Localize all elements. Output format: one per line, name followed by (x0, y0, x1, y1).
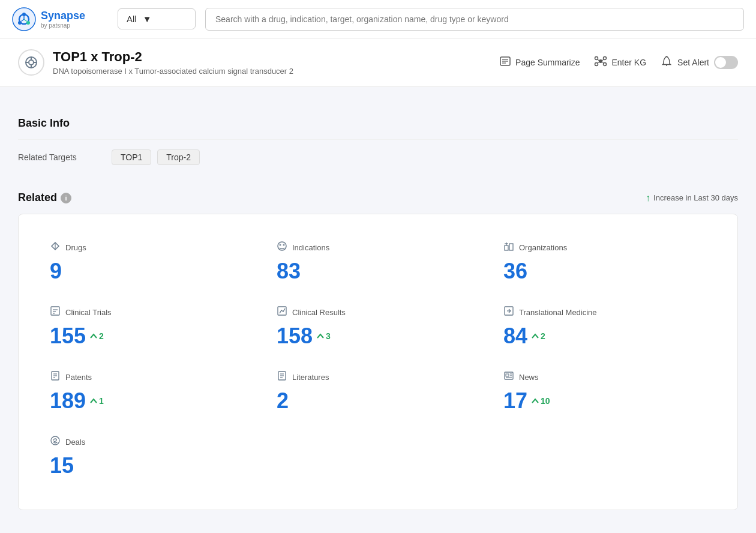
svg-point-4 (18, 21, 22, 25)
page-title-area: TOP1 x Trop-2 DNA topoisomerase I x Tumo… (18, 49, 293, 76)
search-input[interactable] (205, 8, 744, 31)
literatures-icon (277, 370, 287, 384)
stat-item-clinical-trials[interactable]: Clinical Trials 155 2 (38, 296, 265, 361)
related-section-header: Related i ↑ Increase in Last 30 days (18, 191, 738, 204)
page-subtitle: DNA topoisomerase I x Tumor-associated c… (53, 67, 293, 76)
page-summarize-button[interactable]: Page Summarize (499, 55, 580, 70)
stat-item-organizations[interactable]: Organizations 36 (491, 231, 718, 296)
title-text-area: TOP1 x Trop-2 DNA topoisomerase I x Tumo… (53, 49, 293, 76)
svg-rect-35 (509, 244, 513, 250)
basic-info-section: Basic Info Related Targets TOP1 Trop-2 (18, 104, 738, 175)
basic-info-title: Basic Info (18, 104, 738, 139)
clinical-trials-icon (50, 306, 61, 319)
set-alert-wrapper: Set Alert (661, 55, 738, 70)
stat-item-literatures[interactable]: Literatures 2 (265, 361, 491, 426)
stat-item-patents[interactable]: Patents 189 1 (38, 361, 265, 426)
svg-line-25 (598, 62, 599, 64)
stat-value: 83 (277, 259, 479, 284)
stat-number: 158 (277, 324, 313, 349)
stat-increase: 10 (531, 396, 550, 406)
stat-category: Drugs (50, 241, 253, 254)
stat-number: 15 (50, 453, 74, 478)
set-alert-toggle[interactable] (714, 56, 738, 69)
alert-icon (661, 55, 673, 70)
synapse-logo-icon (12, 7, 36, 31)
stat-category-label: Indications (292, 243, 329, 252)
main-content: Basic Info Related Targets TOP1 Trop-2 R… (0, 87, 756, 532)
up-arrow-icon: ↑ (646, 193, 650, 203)
svg-point-33 (284, 245, 284, 245)
stat-number: 9 (50, 259, 62, 284)
stat-category-label: Translational Medicine (519, 308, 597, 317)
stat-increase: 3 (316, 331, 331, 341)
info-icon[interactable]: i (61, 193, 71, 203)
tag-trop2[interactable]: Trop-2 (157, 149, 200, 165)
svg-rect-38 (51, 307, 59, 315)
svg-point-32 (280, 245, 281, 245)
stat-value: 158 3 (277, 324, 479, 349)
stat-number: 84 (503, 324, 527, 349)
stat-value: 36 (503, 259, 706, 284)
stat-category-label: Patents (65, 373, 92, 382)
stat-item-translational-medicine[interactable]: Translational Medicine 84 2 (491, 296, 718, 361)
stat-number: 2 (277, 388, 289, 414)
stat-category: Clinical Results (277, 306, 479, 319)
clinical-results-icon (277, 306, 287, 319)
chevron-down-icon: ▼ (143, 14, 152, 24)
stat-number: 155 (50, 324, 86, 349)
dropdown-value: All (127, 14, 137, 24)
nav-header: Synapse by patsnap All ▼ (0, 0, 756, 38)
crosshair-icon (24, 55, 38, 70)
svg-point-3 (26, 21, 30, 25)
header-actions: Page Summarize Enter KG (499, 55, 738, 71)
enter-kg-label: Enter KG (611, 58, 646, 67)
logo-subtext: by patsnap (41, 22, 85, 29)
stat-category: Clinical Trials (50, 306, 253, 319)
svg-point-2 (22, 13, 26, 16)
related-title-text: Related (18, 191, 57, 204)
stats-card: Drugs 9 Indications 83 Organizations 36 (18, 214, 738, 510)
stat-item-drugs[interactable]: Drugs 9 (38, 231, 265, 296)
enter-kg-button[interactable]: Enter KG (594, 55, 646, 71)
stat-value: 15 (50, 453, 253, 478)
stat-value: 155 2 (50, 324, 253, 349)
svg-rect-54 (506, 374, 509, 376)
stat-item-clinical-results[interactable]: Clinical Results 158 3 (265, 296, 491, 361)
svg-point-9 (29, 60, 34, 65)
related-targets-label: Related Targets (18, 152, 102, 162)
stats-grid: Drugs 9 Indications 83 Organizations 36 (38, 231, 718, 490)
tag-top1[interactable]: TOP1 (112, 149, 151, 165)
stat-category: Patents (50, 370, 253, 384)
stat-category: Organizations (503, 241, 706, 254)
svg-rect-34 (505, 245, 508, 250)
kg-icon (594, 55, 607, 71)
svg-point-18 (599, 59, 602, 63)
stat-category: Literatures (277, 370, 479, 384)
stat-value: 84 2 (503, 324, 706, 349)
stat-category-label: Clinical Trials (65, 308, 112, 317)
logo-text: Synapse by patsnap (41, 10, 85, 29)
stat-value: 2 (277, 388, 479, 414)
page-summarize-label: Page Summarize (515, 58, 580, 67)
stat-item-indications[interactable]: Indications 83 (265, 231, 491, 296)
logo-name: Synapse (41, 10, 85, 22)
set-alert-label: Set Alert (677, 58, 709, 67)
stat-category-label: Deals (65, 438, 85, 447)
stat-category: Indications (277, 241, 479, 254)
increase-note-text: Increase in Last 30 days (653, 193, 738, 202)
stat-number: 189 (50, 388, 86, 414)
related-section-title-area: Related i (18, 191, 71, 204)
stat-category-label: Clinical Results (292, 308, 346, 317)
stat-number: 36 (503, 259, 527, 284)
stat-category: Deals (50, 435, 253, 448)
deals-icon (50, 435, 61, 448)
tags-container: TOP1 Trop-2 (112, 149, 200, 165)
stat-category-label: News (519, 373, 539, 382)
stat-item-news[interactable]: News 17 10 (491, 361, 718, 426)
stat-item-deals[interactable]: Deals 15 (38, 426, 265, 490)
related-targets-row: Related Targets TOP1 Trop-2 (18, 139, 738, 175)
stat-increase: 2 (531, 331, 545, 341)
summarize-icon (499, 55, 511, 70)
stat-category: News (503, 370, 706, 384)
search-type-dropdown[interactable]: All ▼ (118, 8, 196, 29)
